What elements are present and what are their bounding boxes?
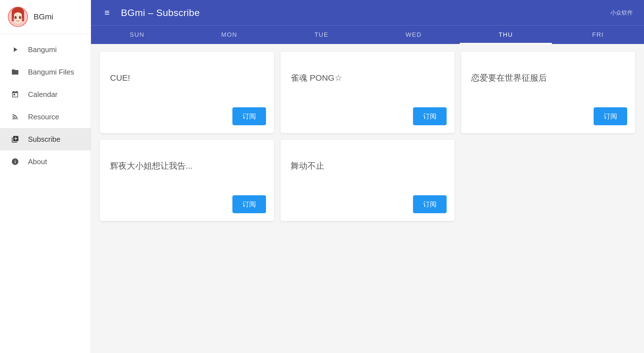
watermark: 小众软件 bbox=[610, 9, 633, 17]
calendar-icon bbox=[10, 89, 20, 99]
card-footer-love-world: 订阅 bbox=[461, 102, 635, 133]
card-image-dance: 舞动不止 bbox=[281, 140, 454, 190]
card-cue: CUE! 订阅 bbox=[100, 52, 274, 133]
tab-sun[interactable]: SUN bbox=[91, 25, 183, 44]
svg-rect-5 bbox=[22, 12, 24, 21]
menu-icon[interactable]: ≡ bbox=[102, 5, 112, 20]
sidebar-label-about: About bbox=[28, 157, 47, 166]
svg-point-6 bbox=[15, 16, 17, 19]
card-image-cue: CUE! bbox=[100, 52, 274, 102]
sidebar-header: BGmi bbox=[0, 0, 91, 34]
play-icon bbox=[10, 45, 20, 55]
tab-wed[interactable]: WED bbox=[368, 25, 460, 44]
card-love-world: 恋爱要在世界征服后 订阅 bbox=[461, 52, 635, 133]
card-kaguya: 辉夜大小姐想让我告... 订阅 bbox=[100, 140, 274, 221]
topbar: ≡ BGmi – Subscribe 小众软件 bbox=[91, 0, 644, 25]
sidebar-item-calendar[interactable]: Calendar bbox=[0, 83, 91, 106]
svg-point-3 bbox=[13, 12, 23, 24]
card-footer-dance: 订阅 bbox=[281, 190, 454, 221]
sidebar-label-calendar: Calendar bbox=[28, 90, 58, 99]
sidebar-label-resource: Resource bbox=[28, 113, 59, 121]
svg-rect-4 bbox=[12, 12, 14, 21]
sidebar-label-subscribe: Subscribe bbox=[28, 135, 60, 144]
card-footer-cue: 订阅 bbox=[100, 102, 274, 133]
rss-icon bbox=[10, 112, 20, 122]
svg-point-12 bbox=[13, 118, 14, 119]
subscribe-button-cue[interactable]: 订阅 bbox=[232, 107, 266, 125]
card-image-kaguya: 辉夜大小姐想让我告... bbox=[100, 140, 274, 190]
subscribe-button-dance[interactable]: 订阅 bbox=[413, 195, 447, 213]
card-footer-mahjong: 订阅 bbox=[281, 102, 454, 133]
subscribe-button-kaguya[interactable]: 订阅 bbox=[232, 195, 266, 213]
svg-point-10 bbox=[13, 18, 15, 20]
sidebar-item-bangumi-files[interactable]: Bangumi Files bbox=[0, 61, 91, 83]
card-title-love-world: 恋爱要在世界征服后 bbox=[471, 72, 547, 84]
card-title-cue: CUE! bbox=[110, 72, 130, 84]
sidebar-item-resource[interactable]: Resource bbox=[0, 106, 91, 128]
avatar bbox=[8, 7, 28, 27]
sidebar-label-bangumi-files: Bangumi Files bbox=[28, 68, 74, 76]
svg-point-7 bbox=[19, 16, 21, 19]
cards-grid: CUE! 订阅 雀魂 PONG☆ 订阅 恋爱要在世界征服后 bbox=[100, 52, 635, 221]
info-icon bbox=[10, 157, 20, 167]
svg-point-9 bbox=[20, 17, 21, 17]
card-dance: 舞动不止 订阅 bbox=[281, 140, 454, 221]
card-title-kaguya: 辉夜大小姐想让我告... bbox=[110, 160, 193, 172]
topbar-title: BGmi – Subscribe bbox=[121, 7, 200, 18]
tab-tue[interactable]: TUE bbox=[275, 25, 367, 44]
subscribe-button-mahjong[interactable]: 订阅 bbox=[413, 107, 447, 125]
svg-point-11 bbox=[20, 18, 23, 20]
sidebar-user-name: BGmi bbox=[34, 12, 53, 21]
tab-thu[interactable]: THU bbox=[460, 25, 552, 44]
sidebar-item-about[interactable]: About bbox=[0, 150, 91, 173]
card-image-mahjong: 雀魂 PONG☆ bbox=[281, 52, 454, 102]
sidebar-item-bangumi[interactable]: Bangumi bbox=[0, 38, 91, 61]
subscribe-button-love-world[interactable]: 订阅 bbox=[594, 107, 627, 125]
sidebar: BGmi Bangumi Bangumi Files bbox=[0, 0, 91, 353]
content-area: CUE! 订阅 雀魂 PONG☆ 订阅 恋爱要在世界征服后 bbox=[91, 44, 644, 353]
sidebar-label-bangumi: Bangumi bbox=[28, 45, 57, 54]
tab-mon[interactable]: MON bbox=[183, 25, 275, 44]
main-content: ≡ BGmi – Subscribe 小众软件 SUN MON TUE WED … bbox=[91, 0, 644, 353]
sidebar-item-subscribe[interactable]: Subscribe bbox=[0, 128, 91, 150]
card-mahjong: 雀魂 PONG☆ 订阅 bbox=[281, 52, 454, 133]
svg-point-8 bbox=[16, 17, 17, 17]
sidebar-nav: Bangumi Bangumi Files Calendar bbox=[0, 34, 91, 353]
card-image-love-world: 恋爱要在世界征服后 bbox=[461, 52, 635, 102]
tab-fri[interactable]: FRI bbox=[552, 25, 644, 44]
card-title-mahjong: 雀魂 PONG☆ bbox=[291, 72, 342, 84]
subscribe-icon bbox=[10, 134, 20, 144]
card-title-dance: 舞动不止 bbox=[291, 160, 324, 172]
card-footer-kaguya: 订阅 bbox=[100, 190, 274, 221]
folder-icon bbox=[10, 67, 20, 77]
day-tabs: SUN MON TUE WED THU FRI bbox=[91, 25, 644, 44]
